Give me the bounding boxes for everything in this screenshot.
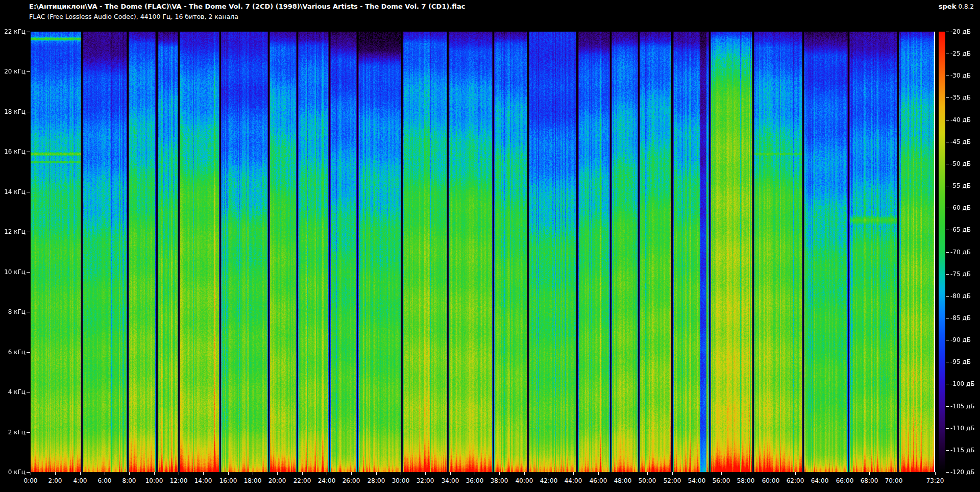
time-tick-label: 73:20: [919, 477, 951, 485]
db-tick: [946, 340, 949, 340]
freq-tick-label: 10 кГц: [1, 268, 26, 276]
time-tick: [672, 472, 673, 475]
db-tick: [946, 362, 949, 362]
db-tick: [946, 450, 949, 451]
freq-tick: [27, 312, 30, 312]
freq-tick: [27, 472, 30, 473]
time-tick: [845, 472, 845, 475]
db-tick: [946, 230, 949, 230]
time-tick: [475, 472, 475, 475]
freq-tick: [27, 432, 30, 433]
time-tick-label: 70:00: [877, 477, 910, 485]
freq-tick: [27, 392, 30, 392]
db-tick-label: -90 дБ: [950, 336, 971, 344]
db-tick-label: -75 дБ: [950, 270, 971, 278]
freq-tick: [27, 71, 30, 72]
freq-tick-label: 18 кГц: [1, 108, 26, 116]
db-tick: [946, 208, 949, 208]
time-tick: [623, 472, 623, 475]
spek-window: E:\Антициклон\VA - The Dome (FLAC)\VA - …: [0, 0, 980, 492]
time-tick: [598, 472, 599, 475]
freq-tick-label: 22 кГц: [1, 28, 26, 36]
db-tick-label: -20 дБ: [950, 28, 971, 36]
app-name: spek: [939, 3, 957, 10]
freq-tick-label: 6 кГц: [1, 348, 26, 356]
freq-tick-label: 4 кГц: [1, 388, 26, 396]
db-tick: [946, 54, 949, 54]
freq-tick: [27, 32, 30, 32]
freq-tick-label: 0 кГц: [1, 468, 26, 476]
plot-right-edge-line: [934, 32, 935, 472]
time-tick: [105, 472, 105, 475]
db-tick-label: -120 дБ: [950, 468, 975, 476]
time-tick: [80, 472, 81, 475]
db-tick-label: -50 дБ: [950, 160, 971, 168]
db-tick-label: -25 дБ: [950, 50, 971, 58]
db-tick: [946, 384, 949, 384]
time-tick: [869, 472, 870, 475]
db-tick-label: -40 дБ: [950, 116, 971, 124]
time-tick: [376, 472, 377, 475]
db-tick: [946, 296, 949, 297]
db-tick-label: -35 дБ: [950, 93, 971, 102]
db-tick-label: -80 дБ: [950, 292, 971, 300]
db-tick-label: -100 дБ: [950, 380, 975, 388]
db-tick-label: -45 дБ: [950, 138, 971, 146]
time-tick: [697, 472, 697, 475]
db-tick-label: -110 дБ: [950, 424, 975, 432]
freq-tick-label: 8 кГц: [1, 308, 26, 316]
db-tick: [946, 32, 949, 32]
freq-tick-label: 14 кГц: [1, 188, 26, 196]
time-tick: [253, 472, 253, 475]
db-tick-label: -65 дБ: [950, 226, 971, 234]
time-tick: [55, 472, 56, 475]
freq-tick: [27, 352, 30, 353]
freq-tick: [27, 272, 30, 273]
db-tick-label: -55 дБ: [950, 182, 971, 190]
time-tick: [351, 472, 352, 475]
freq-tick: [27, 192, 30, 192]
db-tick: [946, 142, 949, 142]
app-brand: spek 0.8.2: [939, 3, 974, 10]
time-tick: [203, 472, 204, 475]
db-tick-label: -85 дБ: [950, 314, 971, 322]
time-tick: [302, 472, 303, 475]
db-tick: [946, 406, 949, 407]
db-tick-label: -115 дБ: [950, 446, 975, 454]
time-tick: [499, 472, 500, 475]
db-tick-label: -95 дБ: [950, 358, 971, 366]
db-tick-label: -30 дБ: [950, 71, 971, 80]
colorbar: [939, 32, 945, 472]
db-tick: [946, 97, 949, 98]
db-tick-label: -70 дБ: [950, 248, 971, 256]
freq-tick: [27, 232, 30, 232]
freq-tick: [27, 152, 30, 152]
db-tick: [946, 186, 949, 186]
time-tick: [771, 472, 771, 475]
freq-tick-label: 16 кГц: [1, 147, 26, 156]
db-tick: [946, 120, 949, 120]
time-tick: [425, 472, 426, 475]
app-version: 0.8.2: [958, 3, 974, 10]
time-tick: [721, 472, 722, 475]
db-tick: [946, 318, 949, 318]
db-tick-label: -60 дБ: [950, 204, 971, 212]
freq-tick: [27, 112, 30, 112]
db-tick: [946, 164, 949, 164]
time-tick: [154, 472, 155, 475]
db-tick: [946, 274, 949, 275]
time-tick: [277, 472, 278, 475]
time-tick: [647, 472, 648, 475]
file-path-title: E:\Антициклон\VA - The Dome (FLAC)\VA - …: [29, 3, 465, 10]
db-tick: [946, 76, 949, 76]
spectrogram: [31, 32, 935, 472]
time-tick: [935, 472, 936, 475]
time-tick: [573, 472, 574, 475]
time-tick: [401, 472, 401, 475]
file-info: FLAC (Free Lossless Audio Codec), 44100 …: [29, 13, 238, 20]
db-tick-label: -105 дБ: [950, 402, 975, 410]
time-tick: [795, 472, 796, 475]
time-tick: [228, 472, 229, 475]
time-tick: [179, 472, 179, 475]
time-tick: [450, 472, 451, 475]
